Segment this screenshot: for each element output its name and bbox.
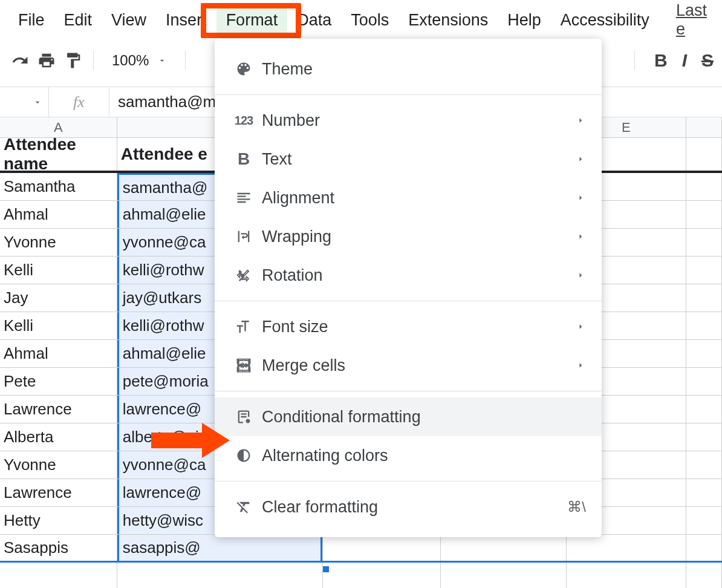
menu-file[interactable]: File — [8, 7, 54, 33]
cell[interactable] — [0, 563, 117, 588]
cell[interactable] — [441, 535, 567, 561]
print-icon[interactable] — [35, 49, 58, 72]
header-attendee-name[interactable]: Attendee name — [0, 138, 117, 171]
menu-separator — [215, 481, 602, 482]
clear-formatting-icon — [230, 494, 257, 520]
cell[interactable] — [686, 173, 722, 200]
chevron-right-icon — [575, 266, 586, 285]
cell[interactable]: Lawrence — [0, 396, 117, 423]
cell[interactable] — [686, 535, 722, 561]
number-icon: 123 — [230, 107, 257, 134]
menu-item-alignment[interactable]: Alignment — [215, 178, 602, 217]
cell[interactable]: Samantha — [0, 173, 117, 200]
cell[interactable] — [686, 479, 722, 506]
cell[interactable]: Jay — [0, 284, 117, 312]
toolbar-separator — [93, 51, 94, 70]
cell[interactable] — [323, 535, 441, 561]
last-edit-link[interactable]: Last e — [666, 0, 717, 42]
cell[interactable] — [686, 507, 722, 534]
cell[interactable]: Kelli — [0, 256, 117, 284]
fx-label: fx — [48, 87, 109, 117]
cell[interactable] — [567, 563, 686, 588]
menu-separator — [215, 94, 602, 95]
menu-item-number[interactable]: 123 Number — [215, 101, 602, 140]
merge-cells-icon — [230, 352, 257, 379]
chevron-right-icon — [575, 318, 586, 336]
menu-item-label: Clear formatting — [262, 498, 567, 517]
menu-item-merge-cells[interactable]: Merge cells — [215, 346, 602, 385]
paint-format-icon[interactable] — [62, 49, 85, 72]
format-dropdown: Theme 123 Number B Text Alignment Wrappi… — [215, 39, 602, 537]
cell[interactable]: Yvonne — [0, 229, 117, 256]
menu-item-wrapping[interactable]: Wrapping — [215, 217, 602, 256]
bold-button[interactable]: B — [654, 50, 668, 71]
cell[interactable] — [686, 396, 722, 423]
cell[interactable] — [686, 256, 722, 284]
cell[interactable] — [686, 201, 722, 228]
cell[interactable] — [686, 563, 722, 588]
cell[interactable] — [686, 229, 722, 256]
cell[interactable] — [323, 563, 441, 588]
cell[interactable] — [567, 535, 686, 561]
menu-item-label: Conditional formatting — [262, 408, 586, 426]
table-row — [0, 563, 722, 588]
cell[interactable]: Hetty — [0, 507, 117, 534]
cell[interactable] — [686, 340, 722, 367]
redo-icon[interactable] — [8, 49, 31, 72]
chevron-right-icon — [575, 356, 586, 375]
menu-item-font-size[interactable]: Font size — [215, 307, 602, 346]
menu-accessibility[interactable]: Accessibility — [551, 7, 659, 33]
menu-item-label: Theme — [262, 60, 586, 79]
cell[interactable] — [686, 423, 722, 451]
header-cell[interactable] — [686, 138, 722, 171]
strikethrough-button[interactable]: S — [701, 50, 714, 71]
wrapping-icon — [230, 223, 257, 250]
menu-item-label: Rotation — [262, 266, 575, 285]
text-icon: B — [230, 146, 257, 172]
menu-extensions[interactable]: Extensions — [398, 7, 498, 33]
cell[interactable] — [686, 451, 722, 479]
name-box-dropdown[interactable] — [0, 97, 48, 107]
menu-view[interactable]: View — [102, 7, 156, 33]
menu-item-conditional-formatting[interactable]: Conditional formatting — [215, 397, 602, 436]
zoom-dropdown[interactable]: 100% — [102, 48, 177, 73]
alternating-colors-icon — [230, 442, 257, 469]
menu-data[interactable]: Data — [287, 7, 341, 33]
col-header-f[interactable] — [686, 117, 722, 137]
cell[interactable] — [117, 563, 323, 588]
font-size-icon — [230, 313, 257, 340]
menu-item-text[interactable]: B Text — [215, 140, 602, 178]
menu-item-label: Font size — [262, 318, 575, 336]
cell[interactable]: Alberta — [0, 423, 117, 451]
menu-tools[interactable]: Tools — [341, 7, 398, 33]
cell[interactable] — [686, 284, 722, 312]
cell[interactable]: Kelli — [0, 312, 117, 339]
cell[interactable]: Lawrence — [0, 479, 117, 506]
cell[interactable]: Ahmal — [0, 201, 117, 228]
menu-edit[interactable]: Edit — [54, 7, 102, 33]
italic-button[interactable]: I — [682, 50, 687, 71]
menu-item-clear-formatting[interactable]: Clear formatting ⌘\ — [215, 488, 602, 526]
cell[interactable]: Ahmal — [0, 340, 117, 367]
cell-selected[interactable]: sasappis@ — [117, 535, 323, 561]
menu-separator — [215, 301, 602, 301]
cell[interactable]: Sasappis — [0, 535, 117, 561]
conditional-formatting-icon — [230, 403, 257, 430]
menu-item-label: Alternating colors — [262, 446, 586, 465]
cell[interactable] — [441, 563, 567, 588]
menu-item-theme[interactable]: Theme — [215, 50, 602, 88]
menu-insert[interactable]: Insert — [156, 7, 216, 33]
cell[interactable]: Yvonne — [0, 451, 117, 479]
menu-item-rotation[interactable]: Rotation — [215, 256, 602, 295]
cell[interactable]: Pete — [0, 368, 117, 395]
menu-bar: File Edit View Insert Format Data Tools … — [0, 0, 722, 39]
menu-item-alternating-colors[interactable]: Alternating colors — [215, 436, 602, 475]
keyboard-shortcut: ⌘\ — [567, 498, 586, 515]
menu-item-label: Number — [262, 111, 575, 130]
cell[interactable] — [686, 312, 722, 339]
menu-format[interactable]: Format — [216, 7, 288, 33]
selection-handle[interactable] — [323, 566, 329, 572]
menu-help[interactable]: Help — [498, 7, 551, 33]
cell[interactable] — [686, 368, 722, 395]
zoom-value: 100% — [112, 52, 149, 69]
